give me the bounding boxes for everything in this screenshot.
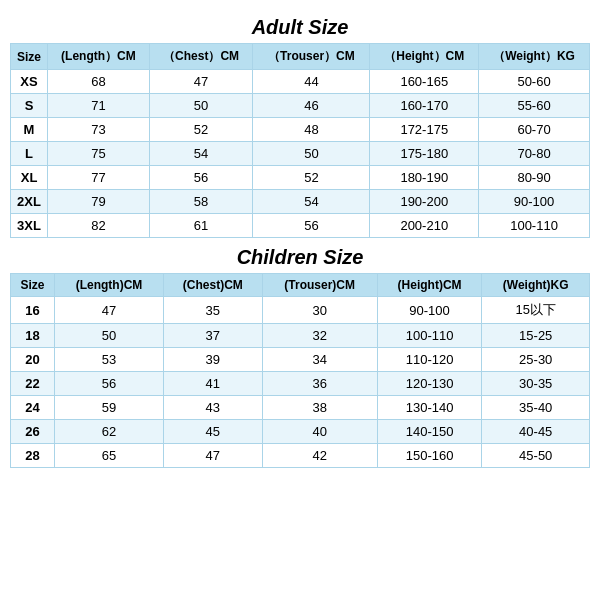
- table-cell: 75: [48, 142, 150, 166]
- table-cell: 22: [11, 372, 55, 396]
- table-row: 24594338130-14035-40: [11, 396, 590, 420]
- table-cell: 150-160: [377, 444, 482, 468]
- table-cell: 45: [163, 420, 262, 444]
- table-cell: M: [11, 118, 48, 142]
- table-cell: S: [11, 94, 48, 118]
- table-cell: 77: [48, 166, 150, 190]
- table-cell: 80-90: [479, 166, 590, 190]
- table-cell: 46: [253, 94, 370, 118]
- table-cell: XS: [11, 70, 48, 94]
- table-cell: 160-170: [370, 94, 479, 118]
- table-cell: 53: [55, 348, 164, 372]
- table-cell: 100-110: [377, 324, 482, 348]
- table-cell: 50-60: [479, 70, 590, 94]
- table-row: XS684744160-16550-60: [11, 70, 590, 94]
- table-cell: 50: [149, 94, 253, 118]
- size-chart-container: Adult Size Size(Length）CM（Chest）CM（Trous…: [10, 10, 590, 470]
- table-cell: 47: [55, 297, 164, 324]
- table-cell: 15以下: [482, 297, 590, 324]
- table-cell: 47: [149, 70, 253, 94]
- table-cell: 120-130: [377, 372, 482, 396]
- table-cell: 90-100: [377, 297, 482, 324]
- table-cell: 16: [11, 297, 55, 324]
- adult-header-row: Size(Length）CM（Chest）CM（Trouser）CM（Heigh…: [11, 44, 590, 70]
- table-row: 20533934110-12025-30: [11, 348, 590, 372]
- table-cell: 3XL: [11, 214, 48, 238]
- children-header-cell: Size: [11, 274, 55, 297]
- table-cell: 35: [163, 297, 262, 324]
- table-row: 26624540140-15040-45: [11, 420, 590, 444]
- children-size-table: Size(Length)CM(Chest)CM(Trouser)CM(Heigh…: [10, 273, 590, 468]
- table-cell: 56: [55, 372, 164, 396]
- table-cell: 190-200: [370, 190, 479, 214]
- table-row: 28654742150-16045-50: [11, 444, 590, 468]
- table-row: 3XL826156200-210100-110: [11, 214, 590, 238]
- adult-header-cell: Size: [11, 44, 48, 70]
- table-cell: 24: [11, 396, 55, 420]
- table-cell: 37: [163, 324, 262, 348]
- table-cell: 59: [55, 396, 164, 420]
- table-cell: 38: [262, 396, 377, 420]
- table-cell: 48: [253, 118, 370, 142]
- table-row: L755450175-18070-80: [11, 142, 590, 166]
- table-cell: 36: [262, 372, 377, 396]
- table-cell: 175-180: [370, 142, 479, 166]
- table-cell: 90-100: [479, 190, 590, 214]
- table-cell: 54: [149, 142, 253, 166]
- table-cell: 34: [262, 348, 377, 372]
- table-cell: 61: [149, 214, 253, 238]
- table-cell: 140-150: [377, 420, 482, 444]
- table-cell: 60-70: [479, 118, 590, 142]
- table-cell: 18: [11, 324, 55, 348]
- table-cell: 40-45: [482, 420, 590, 444]
- table-cell: 55-60: [479, 94, 590, 118]
- children-header-row: Size(Length)CM(Chest)CM(Trouser)CM(Heigh…: [11, 274, 590, 297]
- adult-header-cell: （Trouser）CM: [253, 44, 370, 70]
- table-row: 22564136120-13030-35: [11, 372, 590, 396]
- children-header-cell: (Chest)CM: [163, 274, 262, 297]
- table-cell: 54: [253, 190, 370, 214]
- adult-size-table: Size(Length）CM（Chest）CM（Trouser）CM（Heigh…: [10, 43, 590, 238]
- table-cell: 2XL: [11, 190, 48, 214]
- table-cell: 110-120: [377, 348, 482, 372]
- table-cell: 160-165: [370, 70, 479, 94]
- table-cell: 71: [48, 94, 150, 118]
- table-cell: 20: [11, 348, 55, 372]
- table-cell: 30-35: [482, 372, 590, 396]
- table-cell: 45-50: [482, 444, 590, 468]
- table-cell: 70-80: [479, 142, 590, 166]
- children-header-cell: (Weight)KG: [482, 274, 590, 297]
- table-cell: 130-140: [377, 396, 482, 420]
- table-cell: 68: [48, 70, 150, 94]
- adult-header-cell: （Chest）CM: [149, 44, 253, 70]
- table-cell: 82: [48, 214, 150, 238]
- table-cell: 50: [55, 324, 164, 348]
- table-cell: 39: [163, 348, 262, 372]
- table-cell: 25-30: [482, 348, 590, 372]
- table-cell: 52: [149, 118, 253, 142]
- table-row: M735248172-17560-70: [11, 118, 590, 142]
- table-cell: 40: [262, 420, 377, 444]
- table-cell: 28: [11, 444, 55, 468]
- adult-size-title: Adult Size: [10, 10, 590, 43]
- table-cell: 200-210: [370, 214, 479, 238]
- table-cell: 47: [163, 444, 262, 468]
- adult-header-cell: （Weight）KG: [479, 44, 590, 70]
- table-cell: 65: [55, 444, 164, 468]
- table-cell: 41: [163, 372, 262, 396]
- table-cell: 42: [262, 444, 377, 468]
- table-row: 1647353090-10015以下: [11, 297, 590, 324]
- table-cell: 32: [262, 324, 377, 348]
- table-cell: 15-25: [482, 324, 590, 348]
- adult-header-cell: （Height）CM: [370, 44, 479, 70]
- children-header-cell: (Trouser)CM: [262, 274, 377, 297]
- table-cell: 58: [149, 190, 253, 214]
- table-row: S715046160-17055-60: [11, 94, 590, 118]
- table-cell: 52: [253, 166, 370, 190]
- table-cell: 56: [149, 166, 253, 190]
- adult-header-cell: (Length）CM: [48, 44, 150, 70]
- table-cell: 30: [262, 297, 377, 324]
- table-cell: 172-175: [370, 118, 479, 142]
- table-cell: 180-190: [370, 166, 479, 190]
- table-cell: 35-40: [482, 396, 590, 420]
